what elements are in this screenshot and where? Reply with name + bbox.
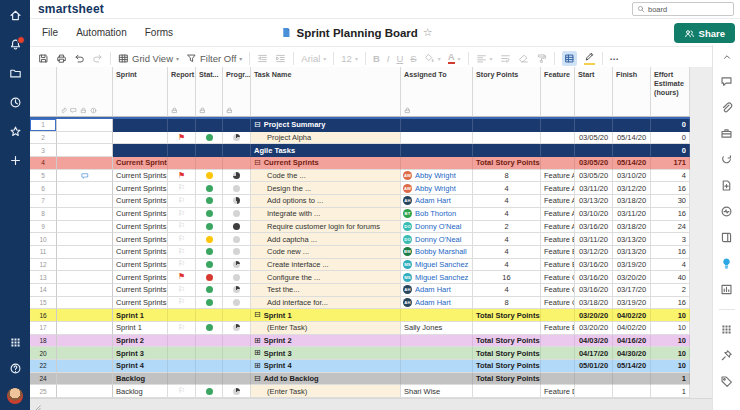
font-family-selector[interactable]: Arial▾ [301,53,326,64]
cell-effort[interactable]: 16 [651,297,690,310]
cell-start-date[interactable]: 03/20/20 [575,309,613,322]
cell-story-points[interactable]: 2 [473,221,541,234]
cell-story-points[interactable] [473,144,541,157]
cell-status[interactable] [196,335,223,348]
cell-assigned-to[interactable]: Sally Jones [401,322,473,335]
cell-progress[interactable] [223,373,251,386]
favorites-star-icon[interactable] [9,125,22,138]
cell-task-name[interactable]: ⊟Project Summary [251,119,401,132]
cell-story-points[interactable]: Total Story Points: 0 [473,373,541,386]
row-gutter[interactable] [57,385,113,398]
cell-effort[interactable]: 10 [651,360,690,373]
browse-folder-icon[interactable] [9,67,22,80]
card-view-toggle[interactable] [562,51,577,66]
cell-sprint[interactable]: Current Sprints [113,170,168,183]
cell-status[interactable] [196,233,223,246]
cell-report-flag[interactable]: ⚑ [168,271,196,284]
cell-start-date[interactable]: 03/05/20 [575,157,613,170]
cell-status[interactable] [196,132,223,145]
cell-start-date[interactable]: 05/01/20 [575,360,613,373]
cell-effort[interactable]: 10 [651,309,690,322]
cell-story-points[interactable]: Total Story Points: 62 [473,157,541,170]
cell-sprint[interactable]: Current Sprints [113,208,168,221]
column-header-report[interactable]: Report [168,67,196,117]
row-gutter[interactable] [57,259,113,272]
column-header-finish[interactable]: Finish [613,67,651,117]
format-painter-button[interactable] [536,53,547,64]
underline-button[interactable]: U [396,53,403,64]
row-number[interactable]: 4 [30,157,57,170]
row-gutter[interactable] [57,271,113,284]
assignee-name[interactable]: Miguel Sanchez [415,273,468,282]
cell-effort[interactable]: 24 [651,221,690,234]
outdent-button[interactable] [257,53,268,64]
cell-story-points[interactable]: 4 [473,233,541,246]
cell-task-name[interactable]: ⊞Sprint 4 [251,360,401,373]
cell-story-points[interactable]: 4 [473,246,541,259]
assignee-name[interactable]: Abby Wright [415,184,456,193]
cell-task-name[interactable]: Integrate with ... [251,208,401,221]
cell-task-name[interactable]: Add options to ... [251,195,401,208]
cell-sprint[interactable] [113,119,168,132]
row-gutter[interactable] [57,119,113,132]
resize-corner-icon[interactable] [33,404,42,410]
cell-progress[interactable] [223,157,251,170]
row-number[interactable]: 8 [30,208,57,221]
row-number[interactable]: 7 [30,195,57,208]
cell-feature[interactable]: Feature D [541,385,575,398]
collapse-toolbar-icon[interactable] [722,52,732,62]
cell-effort[interactable]: 4 [651,170,690,183]
collapse-minus-icon[interactable]: ⊟ [254,375,261,383]
cell-status[interactable] [196,347,223,360]
cell-feature[interactable] [541,309,575,322]
cell-start-date[interactable] [575,119,613,132]
highlight-changes-button[interactable] [584,51,595,65]
apps-grid-icon[interactable] [720,323,733,336]
proofs-briefcase-icon[interactable] [720,127,733,140]
cell-progress[interactable] [223,182,251,195]
row-number[interactable]: 10 [30,233,57,246]
cell-feature[interactable] [541,373,575,386]
row-gutter[interactable] [57,373,113,386]
fill-color-button[interactable]: ▾ [424,53,441,64]
cell-task-name[interactable]: Configure the ... [251,271,401,284]
header-row-gutter[interactable] [57,67,113,117]
cell-status[interactable] [196,259,223,272]
cell-finish-date[interactable]: 03/13/20 [613,246,651,259]
cell-finish-date[interactable]: 04/02/20 [613,309,651,322]
cell-effort[interactable]: 0 [651,132,690,145]
cell-feature[interactable] [541,157,575,170]
cell-story-points[interactable]: 8 [473,170,541,183]
collapse-minus-icon[interactable]: ⊟ [254,159,261,167]
cell-task-name[interactable]: ⊞Sprint 3 [251,347,401,360]
row-number[interactable]: 3 [30,144,57,157]
cell-report-flag[interactable]: ⚐ [168,221,196,234]
cell-report-flag[interactable]: ⚐ [168,182,196,195]
assignee-name[interactable]: Adam Hart [415,196,451,205]
cell-report-flag[interactable]: ⚐ [168,233,196,246]
row-gutter[interactable] [57,144,113,157]
cell-task-name[interactable]: Code the ... [251,170,401,183]
row-gutter[interactable] [57,208,113,221]
row-number[interactable]: 2 [30,132,57,145]
apps-waffle-icon[interactable] [9,336,22,349]
cell-effort[interactable]: 4 [651,259,690,272]
cell-start-date[interactable]: 03/05/20 [575,132,613,145]
assignee-name[interactable]: Bobby Marshall [415,247,467,256]
cell-start-date[interactable]: 03/16/20 [575,271,613,284]
cell-finish-date[interactable]: 03/13/20 [613,233,651,246]
cell-start-date[interactable] [575,385,613,398]
row-gutter[interactable] [57,157,113,170]
column-header-stat-[interactable]: Stat... [196,67,223,117]
cell-sprint[interactable]: Current Sprints [113,221,168,234]
collapse-plus-icon[interactable]: ⊞ [254,337,261,345]
cell-status[interactable] [196,157,223,170]
cell-feature[interactable] [541,119,575,132]
conversations-comment-icon[interactable] [720,75,733,88]
cell-sprint[interactable]: Current Sprints [113,259,168,272]
cell-status[interactable] [196,221,223,234]
strikethrough-button[interactable]: S [410,53,416,64]
cell-task-name[interactable]: Agile Tasks [251,144,401,157]
cell-sprint[interactable]: Current Sprints [113,182,168,195]
cell-assigned-to[interactable]: DODonny O'Neal [401,233,473,246]
